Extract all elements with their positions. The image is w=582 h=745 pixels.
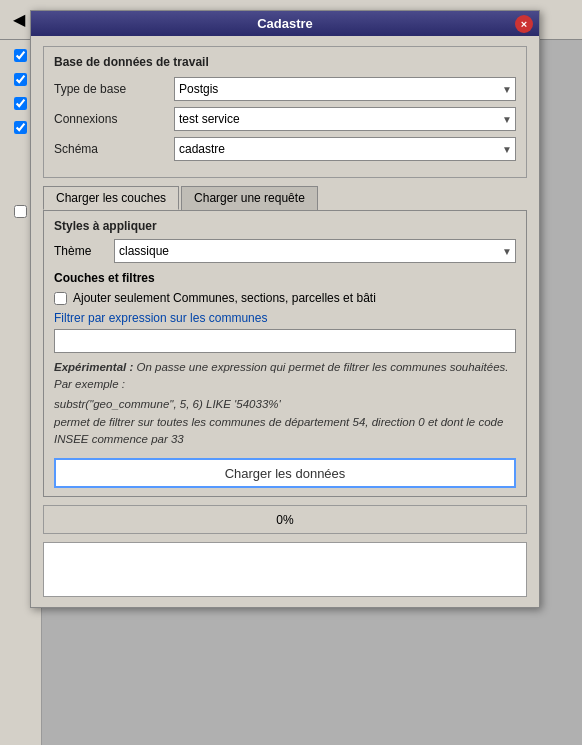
filter-expression-label: Filtrer par expression sur les communes — [54, 311, 516, 325]
connection-label: Connexions — [54, 112, 174, 126]
info-text-bold: Expérimental : — [54, 361, 133, 373]
filters-section: Couches et filtres Ajouter seulement Com… — [54, 271, 516, 488]
sidebar-checkbox-4[interactable] — [14, 121, 27, 134]
sidebar-checkbox-2[interactable] — [14, 73, 27, 86]
dialog-titlebar: Cadastre × — [31, 11, 539, 36]
filter-expression-input[interactable] — [54, 329, 516, 353]
main-layout: Cadastre × Base de données de travail Ty… — [0, 40, 582, 745]
styles-title: Styles à appliquer — [54, 219, 516, 233]
sidebar-checkbox-3[interactable] — [14, 97, 27, 110]
back-button[interactable]: ◀ — [6, 7, 32, 33]
theme-select-wrapper: classiqueautre ▼ — [114, 239, 516, 263]
load-data-button[interactable]: Charger les données — [54, 458, 516, 488]
schema-select-wrapper: cadastre ▼ — [174, 137, 516, 161]
type-select[interactable]: PostgisSpatialite — [174, 77, 516, 101]
schema-label: Schéma — [54, 142, 174, 156]
connection-select[interactable]: test service — [174, 107, 516, 131]
code-line1: substr("geo_commune", 5, 6) LIKE '54033%… — [54, 398, 516, 410]
sidebar-checkbox-1[interactable] — [14, 49, 27, 62]
database-section: Base de données de travail Type de base … — [43, 46, 527, 178]
schema-select[interactable]: cadastre — [174, 137, 516, 161]
theme-row: Thème classiqueautre ▼ — [54, 239, 516, 263]
type-select-wrapper: PostgisSpatialite ▼ — [174, 77, 516, 101]
tabs-container: Charger les couches Charger une requête — [43, 186, 527, 210]
checkbox-row: Ajouter seulement Communes, sections, pa… — [54, 291, 516, 305]
progress-label: 0% — [276, 513, 293, 527]
checkbox-label: Ajouter seulement Communes, sections, pa… — [73, 291, 376, 305]
dialog-close-button[interactable]: × — [515, 15, 533, 33]
bottom-area — [43, 542, 527, 597]
dialog: Cadastre × Base de données de travail Ty… — [30, 10, 540, 608]
code-line2: permet de filtrer sur toutes les commune… — [54, 414, 516, 449]
theme-label: Thème — [54, 244, 114, 258]
progress-section: 0% — [43, 505, 527, 534]
sidebar-checkbox-5[interactable] — [14, 205, 27, 218]
type-label: Type de base — [54, 82, 174, 96]
schema-row: Schéma cadastre ▼ — [54, 137, 516, 161]
dialog-body: Base de données de travail Type de base … — [31, 36, 539, 607]
info-text: Expérimental : On passe une expression q… — [54, 359, 516, 394]
filters-title: Couches et filtres — [54, 271, 516, 285]
database-section-title: Base de données de travail — [54, 55, 516, 69]
type-row: Type de base PostgisSpatialite ▼ — [54, 77, 516, 101]
tab-content: Styles à appliquer Thème classiqueautre … — [43, 210, 527, 497]
tab-layers[interactable]: Charger les couches — [43, 186, 179, 210]
connection-select-wrapper: test service ▼ — [174, 107, 516, 131]
dialog-title: Cadastre — [257, 16, 313, 31]
theme-select[interactable]: classiqueautre — [114, 239, 516, 263]
tab-query[interactable]: Charger une requête — [181, 186, 318, 210]
communes-checkbox[interactable] — [54, 292, 67, 305]
connection-row: Connexions test service ▼ — [54, 107, 516, 131]
